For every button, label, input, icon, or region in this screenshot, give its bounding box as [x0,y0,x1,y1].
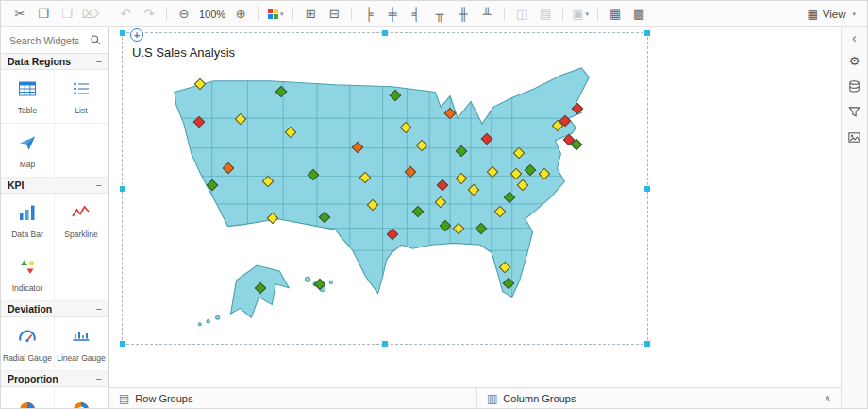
chevron-up-icon[interactable]: ∧ [825,393,841,403]
data-bar-icon [17,202,38,226]
toolbar-separator [108,7,108,21]
widget-item[interactable]: Radial Gauge [1,317,55,371]
redo-icon: ↷ [138,4,160,25]
chevron-down-icon: ▾ [852,10,856,18]
split-cells-icon[interactable]: ⊟ [323,4,345,25]
section-header: Proportion− [1,371,108,387]
hawaii-island [329,281,332,283]
design-surface[interactable]: + U.S Sales Analysis [109,27,841,387]
section-title: Proportion [8,373,58,384]
gear-icon[interactable]: ⚙ [846,52,863,69]
section-title: KPI [8,179,25,191]
snap-grid-icon[interactable]: ▩ [627,4,650,25]
selection-handle[interactable] [120,341,125,347]
section-header: Deviation− [1,301,108,317]
section-title: Data Regions [8,56,71,67]
align-right-icon[interactable]: ╡ [405,4,427,25]
view-grid-icon: ▦ [807,8,817,21]
selection-handle[interactable] [382,30,388,36]
selection-handle[interactable] [644,186,650,192]
aleutian-island [198,323,201,326]
main-toolbar: ✂❐❒⌦↶↷⊖100%⊕▾⊞⊟╞╪╡╥╫╨◫▤▣▾▦▩ ▦ View ▾ [1,1,867,27]
database-icon[interactable] [846,77,863,94]
widget-item[interactable]: Data Bar [1,194,55,247]
grid-icon[interactable]: ▦ [604,4,626,25]
toolbar-separator [292,7,293,21]
widget-item[interactable]: Linear Gauge [55,317,108,371]
image-icon[interactable] [846,128,863,145]
widget-label: Linear Gauge [57,354,106,363]
groups-bar: ▤ Row Groups ▥ Column Groups ∧ [109,387,841,408]
move-icon[interactable]: + [130,28,143,42]
merge-cells-icon[interactable]: ⊞ [299,4,322,25]
widget-sections: Data Regions−TableListMapKPI−Data BarSpa… [1,54,108,408]
collapse-section-icon[interactable]: − [96,373,102,384]
search-input[interactable] [8,34,86,47]
widget-item[interactable]: Sparkline [55,194,108,247]
toolbar-separator [351,7,352,21]
widget-item[interactable] [1,387,55,408]
column-groups-label: Column Groups [503,393,576,404]
toolbar-buttons: ✂❐❒⌦↶↷⊖100%⊕▾⊞⊟╞╪╡╥╫╨◫▤▣▾▦▩ [8,4,650,25]
column-groups-icon: ▥ [487,393,497,404]
toolbar-separator [562,7,563,21]
toolbar-separator [258,7,259,21]
align-middle-icon[interactable]: ╫ [452,4,475,25]
distribute-horizontal-icon: ◫ [510,4,533,25]
collapse-section-icon[interactable]: − [96,56,102,67]
align-left-icon[interactable]: ╞ [358,4,380,25]
report-title: U.S Sales Analysis [132,45,235,60]
widget-item[interactable]: Indicator [1,247,55,301]
report-item-selection[interactable]: + U.S Sales Analysis [122,32,648,345]
zoom-in-icon[interactable]: ⊕ [229,4,252,25]
us-map-svg [158,64,626,334]
fill-color-icon[interactable]: ▾ [264,4,287,25]
widget-item[interactable]: List [55,70,108,124]
report-designer-window: ✂❐❒⌦↶↷⊖100%⊕▾⊞⊟╞╪╡╥╫╨◫▤▣▾▦▩ ▦ View ▾ Dat… [0,0,868,409]
doughnut-chart-icon [71,400,92,408]
cut-icon[interactable]: ✂ [8,4,31,25]
view-menu[interactable]: ▦ View ▾ [807,8,860,21]
search-icon [90,34,102,46]
table-icon [17,78,38,102]
selection-handle[interactable] [644,30,650,36]
align-center-icon[interactable]: ╪ [381,4,404,25]
align-top-icon[interactable]: ╥ [428,4,451,25]
collapse-section-icon[interactable]: − [96,179,102,191]
aleutian-island [216,315,220,319]
widget-item[interactable]: Map [1,124,55,178]
distribute-vertical-icon: ▤ [534,4,557,25]
toolbar-separator [597,7,598,21]
linear-gauge-icon [71,326,92,349]
toolbar-separator [166,7,167,21]
collapse-section-icon[interactable]: − [96,303,102,315]
chevron-left-icon[interactable]: ‹ [846,30,863,43]
align-bottom-icon[interactable]: ╨ [476,4,498,25]
undo-icon: ↶ [114,4,137,25]
filter-icon[interactable] [846,103,863,120]
widget-slot-empty [55,124,108,178]
zoom-out-icon[interactable]: ⊖ [173,4,195,25]
widget-item[interactable]: Table [1,70,55,124]
zoom-level: 100% [196,9,228,20]
delete-icon: ⌦ [79,4,102,25]
widget-item[interactable] [55,387,108,408]
selection-handle[interactable] [120,30,125,36]
row-groups-pane[interactable]: ▤ Row Groups [109,388,477,408]
copy-icon[interactable]: ❐ [32,4,55,25]
chevron-down-icon: ▾ [586,10,590,18]
us-map[interactable] [158,64,626,334]
section-header: Data Regions− [1,54,108,70]
selection-handle[interactable] [382,341,388,347]
aleutian-island [207,320,209,323]
widget-label: Indicator [12,284,43,293]
map-icon [17,132,38,156]
row-groups-icon: ▤ [119,393,129,404]
selection-handle[interactable] [644,341,650,347]
widget-search [1,27,108,54]
widget-grid: Data BarSparklineIndicator [1,194,108,301]
selection-handle[interactable] [120,186,125,192]
column-groups-pane[interactable]: ▥ Column Groups [477,388,576,408]
paste-icon: ❒ [56,4,78,25]
list-icon [71,78,92,102]
